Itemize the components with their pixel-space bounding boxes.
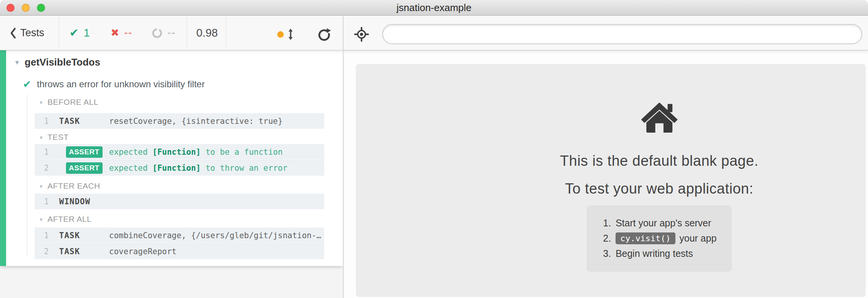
- crosshair-icon: [354, 27, 369, 42]
- assert-badge: ASSERT: [59, 146, 109, 158]
- step-number: 2.: [598, 233, 611, 244]
- command-number: 1: [35, 197, 49, 206]
- pending-stat: --: [152, 16, 176, 50]
- suite-row[interactable]: ▾ getVisibleTodos: [15, 56, 100, 69]
- refresh-icon: [317, 28, 331, 42]
- command-method: TASK: [59, 231, 109, 240]
- command-row[interactable]: 1 ASSERT expected [Function] to be a fun…: [35, 144, 324, 160]
- command-number: 1: [35, 147, 49, 157]
- titlebar: jsnation-example: [0, 0, 868, 16]
- home-icon: [641, 102, 678, 133]
- assert-message: expected [Function] to be a function: [109, 147, 324, 157]
- chevron-down-icon[interactable]: ▾: [15, 59, 19, 66]
- command-method: TASK: [59, 247, 109, 256]
- viewport-indicator-dot: [277, 31, 284, 38]
- step-text: Start your app's server: [616, 218, 711, 229]
- step-text: your app: [677, 233, 717, 244]
- hook-header-test[interactable]: ▾ TEST: [40, 132, 69, 143]
- command-number: 2: [35, 163, 49, 173]
- chevron-down-icon: ▾: [40, 183, 43, 189]
- step-number: 3.: [598, 248, 611, 259]
- hook-label: BEFORE ALL: [48, 98, 98, 107]
- back-to-tests-button[interactable]: Tests: [10, 16, 44, 50]
- toolbar-separator: [59, 16, 59, 50]
- test-passed-check-icon: ✔: [23, 79, 31, 89]
- default-blank-page: This is the default blank page. To test …: [453, 64, 866, 272]
- command-number: 1: [35, 117, 49, 126]
- chevron-down-icon: ▾: [40, 216, 43, 222]
- chevron-down-icon: ▾: [40, 135, 43, 140]
- command-method: WINDOW: [59, 197, 109, 206]
- blank-page-subtitle: To test your web application:: [453, 180, 866, 197]
- passed-count: 1: [84, 27, 90, 39]
- code-chip: cy.visit(): [616, 232, 675, 244]
- refresh-button[interactable]: [317, 28, 331, 42]
- assert-message: expected [Function] to throw an error: [109, 163, 324, 173]
- panel-divider: [343, 16, 344, 298]
- step-text: Begin writing tests: [616, 248, 693, 259]
- toolbar-separator: [226, 16, 226, 50]
- passed-stat: ✔ 1: [69, 16, 90, 50]
- command-row[interactable]: 1 TASK combineCoverage, {/users/gleb/git…: [35, 228, 324, 243]
- instruction-step: 2. cy.visit() your app: [598, 231, 717, 246]
- instructions-box: 1. Start your app's server 2. cy.visit()…: [587, 205, 732, 272]
- x-icon: ✖: [111, 28, 119, 38]
- step-number: 1.: [598, 218, 611, 229]
- hook-label: AFTER EACH: [48, 181, 100, 191]
- command-row[interactable]: 1 TASK resetCoverage, {isinteractive: tr…: [35, 113, 324, 129]
- command-method: TASK: [59, 117, 109, 126]
- hook-header-before-all[interactable]: ▾ BEFORE ALL: [40, 97, 98, 107]
- blank-page-title: This is the default blank page.: [453, 152, 866, 170]
- instruction-step: 3. Begin writing tests: [598, 246, 717, 261]
- duration-badge: 0.98: [190, 16, 225, 50]
- aut-iframe-area: This is the default blank page. To test …: [356, 64, 866, 297]
- suite-title: getVisibleTodos: [25, 56, 100, 68]
- hook-header-after-all[interactable]: ▾ AFTER ALL: [40, 214, 92, 224]
- pending-count: --: [167, 27, 176, 39]
- app-window: jsnation-example Tests ✔ 1 ✖ -- -- 0.98: [0, 0, 868, 298]
- window-title: jsnation-example: [0, 0, 868, 16]
- back-chevron-icon: [10, 27, 16, 39]
- back-label: Tests: [20, 27, 44, 39]
- command-number: 2: [35, 247, 49, 256]
- assert-badge: ASSERT: [59, 162, 109, 174]
- command-row[interactable]: 2 ASSERT expected [Function] to throw an…: [35, 160, 324, 176]
- command-row[interactable]: 1 WINDOW: [35, 194, 324, 209]
- check-icon: ✔: [69, 27, 79, 38]
- command-message: coverageReport: [109, 247, 324, 256]
- pending-circle-icon: [152, 28, 162, 38]
- hook-label: TEST: [48, 133, 69, 142]
- failed-stat: ✖ --: [111, 16, 133, 50]
- hook-label: AFTER ALL: [48, 215, 92, 224]
- viewport-scale-arrows-icon: [288, 28, 294, 40]
- toolbar-separator: [186, 16, 187, 50]
- url-input[interactable]: [382, 24, 862, 44]
- selector-playground-button[interactable]: [354, 27, 369, 42]
- instruction-step: 1. Start your app's server: [598, 215, 717, 231]
- test-title: throws an error for unknown visibility f…: [37, 79, 205, 90]
- command-number: 1: [35, 231, 49, 240]
- indent-guide-line: [27, 95, 27, 255]
- pass-indicator-bar: [0, 50, 6, 266]
- hook-header-after-each[interactable]: ▾ AFTER EACH: [40, 181, 100, 191]
- chevron-down-icon: ▾: [40, 99, 43, 105]
- command-message: combineCoverage, {/users/gleb/git/jsnati…: [109, 231, 324, 240]
- test-row[interactable]: ✔ throws an error for unknown visibility…: [23, 78, 205, 91]
- command-row[interactable]: 2 TASK coverageReport: [35, 244, 324, 259]
- command-message: resetCoverage, {isinteractive: true}: [109, 117, 324, 126]
- failed-count: --: [124, 27, 133, 39]
